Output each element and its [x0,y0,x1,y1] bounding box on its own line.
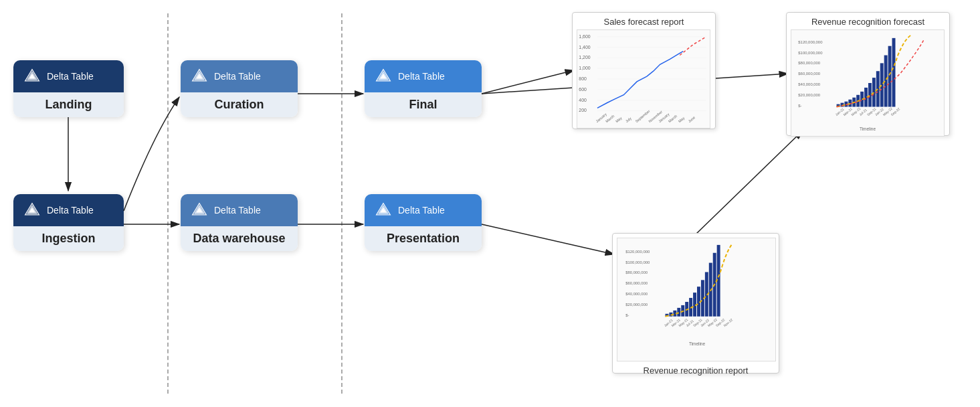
svg-text:1,000: 1,000 [579,66,590,70]
svg-text:$20,000,000: $20,000,000 [798,93,821,97]
chart-revenue-forecast: Revenue recognition forecast Accumulated… [786,12,950,136]
diagram-container: Delta Table Landing Delta Table Ingestio… [0,0,980,407]
svg-text:$-: $- [798,104,801,108]
svg-text:1,200: 1,200 [579,55,590,60]
node-presentation: Delta Table Presentation [365,194,482,251]
svg-text:$100,000,000: $100,000,000 [798,51,823,55]
svg-text:$100,000,000: $100,000,000 [625,260,650,264]
svg-text:$60,000,000: $60,000,000 [798,72,821,76]
svg-text:$80,000,000: $80,000,000 [798,61,821,65]
divider-1 [167,13,169,394]
svg-rect-53 [872,78,876,106]
svg-rect-54 [876,71,880,106]
svg-text:400: 400 [579,98,587,102]
svg-text:$80,000,000: $80,000,000 [625,270,648,274]
svg-rect-57 [888,46,892,107]
svg-text:$40,000,000: $40,000,000 [625,292,648,296]
svg-text:$-: $- [625,313,629,317]
svg-line-8 [482,224,614,254]
svg-text:$40,000,000: $40,000,000 [798,82,821,86]
svg-text:May: May [678,116,686,123]
svg-text:200: 200 [579,108,587,112]
svg-text:1,600: 1,600 [579,34,590,39]
node-datawarehouse: Delta Table Data warehouse [181,194,298,251]
svg-text:Timeline: Timeline [689,341,705,346]
svg-line-9 [696,131,803,234]
svg-rect-89 [717,245,720,317]
svg-rect-58 [892,38,896,107]
chart-sales-forecast: Sales forecast report 1,600 1,400 1,200 … [572,12,716,129]
divider-2 [341,13,342,394]
svg-rect-55 [880,63,884,106]
svg-rect-52 [868,83,872,107]
svg-text:$120,000,000: $120,000,000 [798,40,823,44]
svg-text:600: 600 [579,87,587,92]
svg-text:May: May [615,116,623,123]
svg-line-6 [482,70,574,94]
node-ingestion: Delta Table Ingestion [13,194,124,251]
svg-rect-79 [677,308,680,317]
svg-text:Nov-22: Nov-22 [723,318,734,327]
chart-revenue-report: Accumulated Revenue Recognition $120,000… [612,233,779,374]
svg-text:$60,000,000: $60,000,000 [625,281,648,285]
svg-text:Timeline: Timeline [860,127,876,131]
node-landing: Delta Table Landing [13,60,124,117]
node-final: Delta Table Final [365,60,482,117]
svg-text:1,400: 1,400 [579,45,590,50]
svg-text:$20,000,000: $20,000,000 [625,303,648,307]
svg-text:800: 800 [579,76,587,81]
svg-text:July: July [625,116,632,123]
svg-text:June: June [687,115,696,123]
node-curation: Delta Table Curation [181,60,298,117]
svg-text:$120,000,000: $120,000,000 [625,250,650,254]
